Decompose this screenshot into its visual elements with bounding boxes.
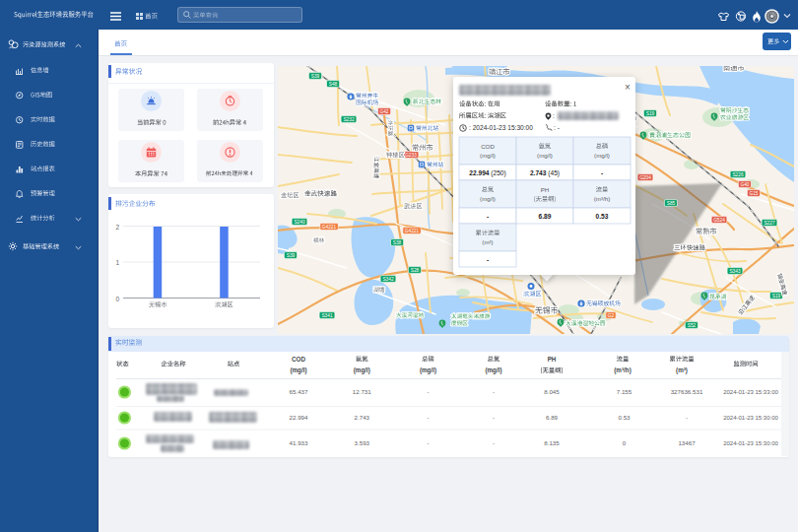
svg-text:22.994: 22.994 [290,414,308,421]
svg-text:-: - [427,414,429,421]
svg-text:S226: S226 [732,172,744,177]
svg-text:PH: PH [548,356,557,363]
svg-text:13467: 13467 [678,439,696,446]
svg-text:41.933: 41.933 [290,439,308,446]
svg-text:S227: S227 [764,221,775,226]
svg-text:S48: S48 [329,82,338,87]
svg-text:0: 0 [115,296,119,302]
svg-text:(mg/l): (mg/l) [480,195,496,202]
svg-text:3.593: 3.593 [355,439,370,446]
svg-text:0.53: 0.53 [596,213,609,220]
svg-text:PH: PH [541,186,550,193]
svg-text:0: 0 [623,439,627,446]
svg-text:-: - [487,213,489,220]
svg-text:-: - [493,388,495,395]
svg-text:2.743 (45): 2.743 (45) [530,169,560,177]
svg-text:-: - [493,439,495,446]
svg-text:-: - [601,169,603,176]
svg-text:12.731: 12.731 [353,388,371,395]
svg-text:6.89: 6.89 [546,414,559,421]
svg-text:G524: G524 [713,218,725,223]
svg-text:(mg/l): (mg/l) [537,152,553,159]
svg-text:2.743: 2.743 [355,414,370,421]
svg-text:G4221: G4221 [405,229,420,233]
svg-text:(mg/l): (mg/l) [420,366,436,374]
svg-text:-: - [427,388,429,395]
svg-text:-: - [427,439,429,446]
svg-text:2024-01-23 15:33:00: 2024-01-23 15:33:00 [723,389,778,395]
svg-text:(mg/l): (mg/l) [594,152,610,159]
svg-text:G4221: G4221 [322,225,337,230]
svg-text:327636.531: 327636.531 [671,388,703,395]
svg-text:G15: G15 [749,191,758,196]
svg-text:2: 2 [115,224,119,231]
svg-text:-: - [487,256,489,263]
svg-text:G2: G2 [608,313,615,318]
svg-text:(m³/h): (m³/h) [594,195,611,202]
svg-text:S240: S240 [294,220,305,225]
svg-text:(m³): (m³) [482,238,493,245]
svg-text:2024-01-23 15:30:00: 2024-01-23 15:30:00 [723,415,778,421]
svg-text:S85: S85 [667,201,676,206]
svg-text:S38: S38 [393,240,402,245]
svg-text:(mg/l): (mg/l) [485,366,501,374]
svg-text:S232: S232 [343,117,355,122]
svg-text:COD: COD [292,356,305,363]
svg-text:(mg/l): (mg/l) [480,152,496,159]
svg-text:S52: S52 [688,323,697,328]
svg-text:S342: S342 [382,277,394,282]
svg-text:-: - [686,414,688,421]
svg-text:2024-01-23 15:30:00: 2024-01-23 15:30:00 [723,440,778,446]
svg-text:8.135: 8.135 [544,439,560,446]
svg-text:22.994 (250): 22.994 (250) [469,169,505,177]
svg-text:(m³/h): (m³/h) [614,366,632,374]
svg-text:G40: G40 [740,182,749,187]
svg-text:COD: COD [481,143,495,150]
svg-text:6.89: 6.89 [539,213,552,220]
svg-text:S39: S39 [311,74,320,79]
svg-text:7.155: 7.155 [617,388,632,395]
svg-text:0.53: 0.53 [618,414,631,421]
svg-text:S343: S343 [729,269,741,274]
svg-text:S341: S341 [321,313,333,318]
svg-text:G204: G204 [639,175,651,180]
svg-text:(m³): (m³) [676,366,688,374]
svg-text:-: - [493,414,495,421]
svg-text:1: 1 [115,259,119,266]
svg-text:S19: S19 [772,294,781,299]
svg-text:S28: S28 [411,268,420,273]
svg-text:S39: S39 [287,253,296,258]
svg-text:S19: S19 [646,111,655,116]
svg-text:G42: G42 [379,109,388,114]
svg-text:(mg/l): (mg/l) [354,366,370,374]
svg-text:(mg/l): (mg/l) [290,366,306,374]
svg-text:G233: G233 [405,153,417,158]
svg-text:8.045: 8.045 [544,388,560,395]
svg-text:65.437: 65.437 [290,388,308,395]
